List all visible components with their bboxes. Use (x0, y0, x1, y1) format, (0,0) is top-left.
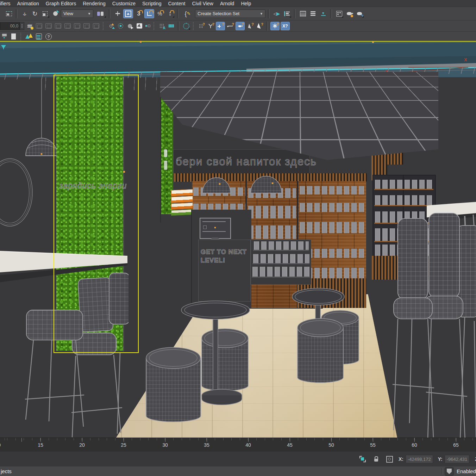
cursor-filled-help-icon[interactable]: ? (255, 22, 264, 30)
spinner-snap-toggle-icon[interactable]: ▲▼ (165, 10, 175, 18)
product-boxes[interactable] (171, 190, 193, 214)
cursor-help-icon[interactable]: ? (246, 22, 254, 30)
counter-board-line1: GET TO NEXT (201, 248, 250, 256)
render-production-icon[interactable]: ϟ (355, 10, 364, 18)
select-layer-objects-icon[interactable] (73, 22, 81, 30)
snap-toggle-3d-icon[interactable]: 3 (134, 10, 143, 18)
transform-tools-icon[interactable] (145, 22, 151, 30)
named-selection-set-dropdown[interactable]: Create Selection Set▼ (195, 10, 265, 18)
report-document-icon[interactable] (35, 33, 43, 41)
timeline-tick-label: 20 (79, 442, 85, 448)
selection-ring-icon[interactable] (182, 22, 190, 30)
ceiling-light-frame[interactable] (302, 104, 343, 117)
toolbar-separator (266, 21, 268, 31)
toggle-scene-explorer-icon[interactable] (298, 10, 307, 18)
manage-layers-icon[interactable] (25, 22, 34, 30)
select-and-scale-icon[interactable] (40, 10, 50, 18)
menu-item[interactable]: Graph Editors (46, 1, 76, 6)
create-layer-icon[interactable] (35, 22, 43, 30)
layer-properties-icon[interactable] (92, 22, 100, 30)
secondary-toolbar: 00,0▲▼ A ? ? ? ? ? ? ? ? X? (0, 20, 476, 32)
center-furniture[interactable] (134, 288, 373, 438)
security-status-text: Enabled (457, 468, 476, 474)
layers-flyout-icon[interactable]: ▼ (1, 33, 8, 41)
security-shield-icon[interactable] (445, 467, 454, 476)
ik-bone-help-icon[interactable]: ? (206, 22, 215, 30)
menu-item[interactable]: Customize (112, 1, 136, 6)
absolute-mode-transform-icon[interactable] (385, 455, 394, 463)
freeze-help-icon[interactable]: ? (270, 22, 280, 30)
menu-item[interactable]: Help (241, 1, 251, 6)
set-current-layer-icon[interactable] (82, 22, 91, 30)
select-and-rotate-icon[interactable]: ↻ (30, 10, 39, 18)
viewport-active-border (0, 41, 476, 42)
toggle-ribbon-icon[interactable]: ▼ (319, 10, 328, 18)
pendant-lamp[interactable] (23, 79, 62, 161)
toggle-layer-explorer-icon[interactable] (308, 10, 318, 18)
isolate-selection-toggle[interactable] (358, 455, 367, 463)
delete-layer-icon[interactable] (44, 22, 53, 30)
scatter-tool-icon[interactable] (107, 22, 115, 30)
select-similar-icon[interactable] (116, 22, 125, 30)
object-paint-icon[interactable] (126, 22, 134, 30)
use-pivot-point-icon[interactable] (94, 10, 106, 18)
select-and-place-icon[interactable] (113, 10, 122, 18)
material-editor-icon[interactable] (334, 10, 344, 18)
select-and-manipulate-icon[interactable] (51, 10, 60, 18)
menu-item[interactable]: Rendering (83, 1, 106, 6)
toolbar-separator (178, 21, 180, 31)
civil-view-trees-icon[interactable] (25, 33, 33, 41)
middle-display-shelf[interactable] (251, 240, 311, 285)
place-mode-button[interactable] (123, 9, 133, 18)
menu-item[interactable]: Scripting (142, 1, 161, 6)
add-to-layer-icon[interactable] (63, 22, 72, 30)
exclude-help-icon[interactable]: X? (281, 22, 290, 30)
render-setup-icon[interactable] (345, 10, 354, 18)
menu-item[interactable]: Animation (17, 1, 39, 6)
selection-lock-toggle[interactable] (372, 455, 380, 463)
angle-snap-toggle-icon[interactable] (144, 9, 154, 18)
filter-funnel-icon (1, 44, 6, 50)
grid-align-icon[interactable]: A (157, 22, 166, 30)
selection-region-icon[interactable] (4, 10, 13, 18)
menu-item[interactable]: Arnold (220, 1, 234, 6)
blank-panel-icon[interactable] (9, 33, 18, 41)
toolbar-separator (294, 9, 296, 18)
right-bar-chairs[interactable] (393, 212, 476, 438)
wall-mirror[interactable] (0, 156, 37, 233)
snap-grid-help-icon[interactable]: ? (197, 22, 205, 30)
y-coordinate-label: Y: (438, 456, 443, 462)
percent-snap-toggle-icon[interactable]: % (155, 10, 164, 18)
measure-distance-icon[interactable] (167, 22, 175, 30)
bottle-row (299, 203, 365, 213)
edit-named-selection-sets-icon[interactable]: {✎ (181, 10, 194, 18)
x-coordinate-field[interactable]: -42498,172 (406, 455, 433, 463)
line-help-icon[interactable]: ? (226, 22, 234, 30)
left-bar-chairs[interactable] (19, 265, 129, 438)
dome-lamps (201, 175, 283, 195)
menu-item[interactable]: Content (168, 1, 185, 6)
toolbar-dotted-separator (193, 22, 194, 30)
help-icon[interactable]: ? (44, 33, 53, 41)
select-and-move-icon[interactable]: ↔↕ (20, 10, 29, 18)
align-icon[interactable] (282, 10, 292, 18)
timeline-ruler[interactable]: 01520253035404550556065 (0, 438, 476, 452)
menu-item[interactable]: Civil View (192, 1, 213, 6)
wall-sign-board[interactable]: бери свой напиток здесь (173, 149, 310, 174)
reference-coordinate-dropdown[interactable]: View▼ (61, 10, 93, 18)
toolbar-separator (109, 9, 111, 18)
spinner-field[interactable]: 00,0▲▼ (0, 22, 24, 30)
mirror-icon[interactable]: ◁▶ (272, 10, 281, 18)
bottle-row (299, 186, 365, 196)
add-help-mode-icon[interactable]: ? (216, 22, 225, 30)
perspective-viewport[interactable]: X Y зарядись энерги (0, 41, 476, 438)
axis-label-y: Y (385, 69, 388, 74)
copy-layer-icon[interactable] (54, 22, 62, 30)
slider-help-icon[interactable]: ? (236, 22, 245, 30)
clipped-toolbar-icon (0, 10, 3, 18)
ceiling-light-frame[interactable] (320, 123, 349, 132)
menu-item[interactable]: ifiers (0, 1, 11, 6)
paint-deform-icon[interactable] (135, 22, 144, 30)
ceiling-light-frame[interactable] (350, 94, 385, 106)
y-coordinate-field[interactable]: -9642,431 (445, 455, 470, 463)
